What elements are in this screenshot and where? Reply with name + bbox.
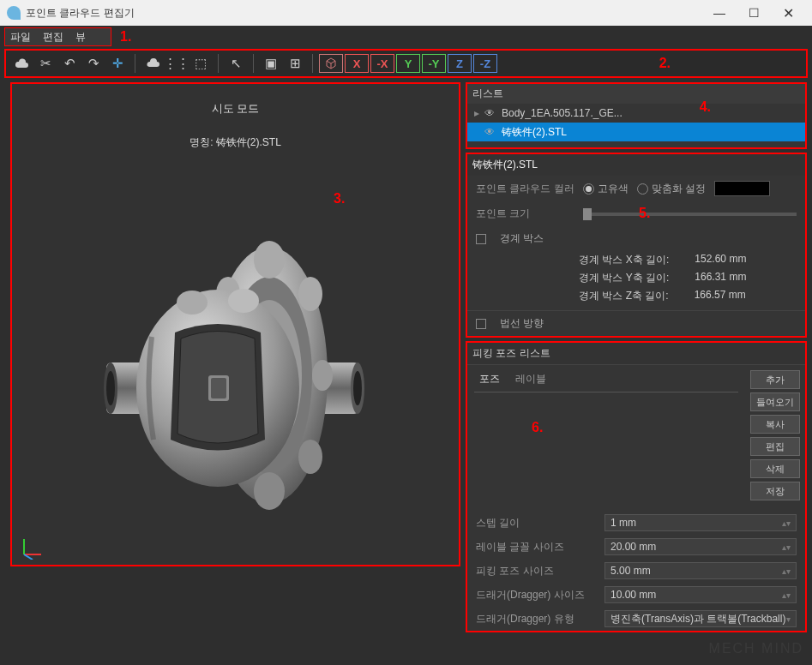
add-button[interactable]: 추가 <box>750 370 800 389</box>
watermark: MECH MIND <box>709 641 803 656</box>
axis-neg-x-button[interactable]: -X <box>370 54 394 73</box>
label-font-size-input[interactable]: 20.00 mm▴▾ <box>604 538 797 555</box>
list-item[interactable]: 👁 铸铁件(2).STL <box>467 123 805 141</box>
visibility-icon[interactable]: 👁 <box>484 126 502 138</box>
svg-point-11 <box>298 277 322 311</box>
tab-label[interactable]: 레이블 <box>510 370 551 388</box>
axis-z-button[interactable]: Z <box>448 54 472 73</box>
window-title: 포인트 클라우드 편집기 <box>26 6 135 21</box>
move-icon[interactable]: ✛ <box>105 52 129 75</box>
axis-y-button[interactable]: Y <box>396 54 420 73</box>
annotation-6: 6. <box>532 420 543 435</box>
svg-point-5 <box>353 371 362 405</box>
viewport-3d[interactable]: 시도 모드 명칭: 铸铁件(2).STL 3. <box>10 82 460 566</box>
svg-point-20 <box>228 289 259 313</box>
redo-icon[interactable]: ↷ <box>81 52 105 75</box>
axis-neg-z-button[interactable]: -Z <box>473 54 497 73</box>
menu-file[interactable]: 파일 <box>10 30 31 45</box>
cloud-icon[interactable] <box>9 52 33 75</box>
import-button[interactable]: 들여오기 <box>750 392 800 411</box>
props-header: 铸铁件(2).STL <box>467 154 805 176</box>
svg-point-15 <box>312 360 333 391</box>
svg-point-2 <box>106 371 115 405</box>
svg-point-19 <box>177 291 208 315</box>
radio-custom-color[interactable]: 맞춤화 설정 <box>637 182 706 196</box>
shaded-cube-icon[interactable]: ▣ <box>259 52 283 75</box>
annotation-5: 5. <box>639 206 650 221</box>
model-render <box>102 234 368 517</box>
svg-rect-18 <box>211 378 226 398</box>
axis-x-button[interactable]: X <box>345 54 369 73</box>
axis-gizmo-icon <box>19 534 45 560</box>
wireframe-cube-icon[interactable]: ⊞ <box>283 52 307 75</box>
color-swatch[interactable] <box>714 181 770 196</box>
tab-pose[interactable]: 포즈 <box>474 370 505 388</box>
dragger-type-select[interactable]: 병진축(TransAxis)과 트랙볼(Trackball)▾ <box>604 610 797 627</box>
annotation-1: 1. <box>120 29 131 45</box>
visibility-icon[interactable]: 👁 <box>484 107 502 119</box>
bbox-label: 경계 박스 <box>500 231 544 246</box>
annotation-3: 3. <box>334 191 345 207</box>
pick-pose-panel: 피킹 포즈 리스트 포즈 레이블 6. 추가 들여오기 복사 편집 삭제 저장 <box>466 341 807 632</box>
viewport-object-name: 명칭: 铸铁件(2).STL <box>12 135 459 150</box>
points-icon[interactable]: ⋮⋮ <box>165 52 189 75</box>
copy-button[interactable]: 복사 <box>750 415 800 434</box>
label-font-size-label: 레이블 글꼴 사이즈 <box>476 540 604 554</box>
expand-icon[interactable]: ▸ <box>474 107 484 119</box>
close-button[interactable]: ✕ <box>771 0 805 26</box>
app-logo-icon <box>7 6 21 20</box>
list-item-label: Body_1EA.505.117._GE... <box>502 107 623 119</box>
viewport-mode-label: 시도 모드 <box>12 101 459 117</box>
cut-icon[interactable]: ✂ <box>33 52 57 75</box>
dragger-size-label: 드래거(Dragger) 사이즈 <box>476 588 604 602</box>
list-item[interactable]: ▸ 👁 Body_1EA.505.117._GE... <box>467 104 805 123</box>
undo-icon[interactable]: ↶ <box>57 52 81 75</box>
bbox-checkbox[interactable] <box>476 234 486 244</box>
object-list-panel: 리스트 ▸ 👁 Body_1EA.505.117._GE... 👁 铸铁件(2)… <box>466 82 807 149</box>
pick-pose-size-label: 피킹 포즈 사이즈 <box>476 564 604 578</box>
menu-edit[interactable]: 편집 <box>43 30 63 45</box>
axis-iso-button[interactable] <box>319 54 343 73</box>
radio-unique-color[interactable]: 고유색 <box>583 182 629 196</box>
pointer-icon[interactable]: ↖ <box>224 52 248 75</box>
list-item-label: 铸铁件(2).STL <box>502 125 567 140</box>
point-size-slider[interactable] <box>583 213 797 216</box>
annotation-4: 4. <box>700 99 711 115</box>
menubar: 파일 편집 뷰 <box>4 27 111 46</box>
save-button[interactable]: 저장 <box>750 482 800 500</box>
cloud2-icon[interactable] <box>141 52 165 75</box>
menu-view[interactable]: 뷰 <box>75 30 86 45</box>
svg-point-10 <box>254 472 285 510</box>
list-header: 리스트 <box>467 84 805 104</box>
bbox-dimensions: 경계 박스 X축 길이:152.60 mm 경계 박스 Y축 길이:166.31… <box>579 251 805 305</box>
normal-checkbox[interactable] <box>476 319 486 329</box>
point-size-label: 포인트 크기 <box>476 207 574 221</box>
step-length-input[interactable]: 1 mm▴▾ <box>604 514 797 531</box>
select-box-icon[interactable]: ⬚ <box>189 52 213 75</box>
svg-point-12 <box>298 440 322 474</box>
dragger-type-label: 드래거(Dragger) 유형 <box>476 612 604 626</box>
step-length-label: 스텝 길이 <box>476 516 604 530</box>
minimize-button[interactable]: — <box>702 0 737 26</box>
titlebar: 포인트 클라우드 편집기 — ☐ ✕ <box>0 0 812 26</box>
pose-header: 피킹 포즈 리스트 <box>467 343 805 365</box>
annotation-2: 2. <box>659 56 671 71</box>
edit-button[interactable]: 편집 <box>750 437 800 456</box>
dragger-size-input[interactable]: 10.00 mm▴▾ <box>604 586 797 603</box>
delete-button[interactable]: 삭제 <box>750 459 800 478</box>
normal-label: 법선 방향 <box>500 316 544 331</box>
svg-point-9 <box>254 241 285 279</box>
properties-panel: 铸铁件(2).STL 포인트 클라우드 컬러 고유색 맞춤화 설정 5. 포인트… <box>466 153 807 338</box>
axis-neg-y-button[interactable]: -Y <box>422 54 446 73</box>
pick-pose-size-input[interactable]: 5.00 mm▴▾ <box>604 562 797 579</box>
maximize-button[interactable]: ☐ <box>737 0 771 26</box>
toolbar: ✂ ↶ ↷ ✛ ⋮⋮ ⬚ ↖ ▣ ⊞ X -X Y -Y Z -Z <box>4 49 808 78</box>
color-label: 포인트 클라우드 컬러 <box>476 182 574 196</box>
